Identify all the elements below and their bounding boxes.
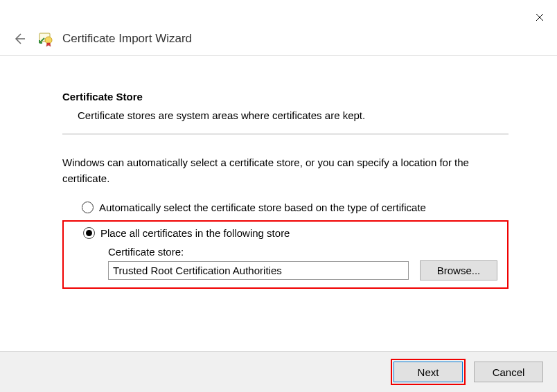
store-value: Trusted Root Certification Authorities [113,265,282,276]
header: Certificate Import Wizard [0,28,557,55]
highlight-selected-store: Place all certificates in the following … [62,220,509,289]
store-block: Certificate store: Trusted Root Certific… [69,246,502,280]
radio-icon [82,202,94,213]
radio-auto-label: Automatically select the certificate sto… [99,202,426,213]
radio-place-all[interactable]: Place all certificates in the following … [69,227,502,239]
content: Certificate Store Certificate stores are… [0,56,557,289]
titlebar [0,0,557,28]
cancel-label: Cancel [493,366,525,378]
browse-label: Browse... [437,265,481,276]
footer: Next Cancel [0,351,557,392]
close-button[interactable] [529,7,550,28]
highlight-next: Next [391,359,466,385]
radio-place-label: Place all certificates in the following … [100,227,290,239]
section-description: Certificate stores are system areas wher… [62,109,509,121]
close-icon [536,13,544,21]
instruction-text: Windows can automatically select a certi… [62,155,509,186]
radio-icon [83,227,95,239]
store-input[interactable]: Trusted Root Certification Authorities [108,261,409,280]
wizard-icon [37,30,54,47]
svg-point-4 [45,37,52,44]
back-arrow-icon [12,31,27,46]
wizard-window: Certificate Import Wizard Certificate St… [0,0,557,392]
wizard-title: Certificate Import Wizard [62,32,192,46]
radio-auto-select[interactable]: Automatically select the certificate sto… [62,202,509,213]
browse-button[interactable]: Browse... [420,260,497,280]
section-divider [62,134,509,134]
back-button[interactable] [10,29,29,48]
store-row: Trusted Root Certification Authorities B… [108,260,502,280]
next-button[interactable]: Next [394,362,463,382]
store-label: Certificate store: [108,246,502,258]
certificate-icon [37,30,54,47]
cancel-button[interactable]: Cancel [474,362,543,382]
next-label: Next [418,366,439,378]
section-title: Certificate Store [62,91,509,103]
